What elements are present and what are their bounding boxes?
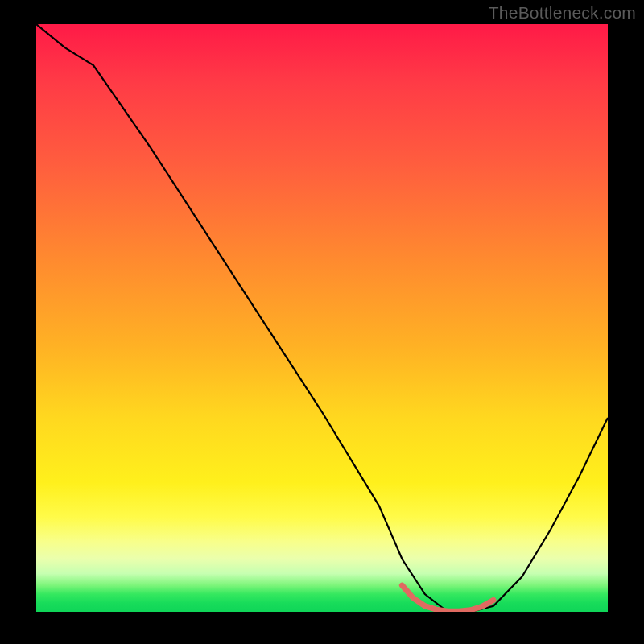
watermark-text: TheBottleneck.com [489,3,636,23]
optimal-range-overlay [402,585,493,611]
chart-frame: TheBottleneck.com [0,0,644,644]
curve-svg [36,24,608,612]
bottleneck-curve [36,24,608,612]
plot-area [36,24,608,612]
